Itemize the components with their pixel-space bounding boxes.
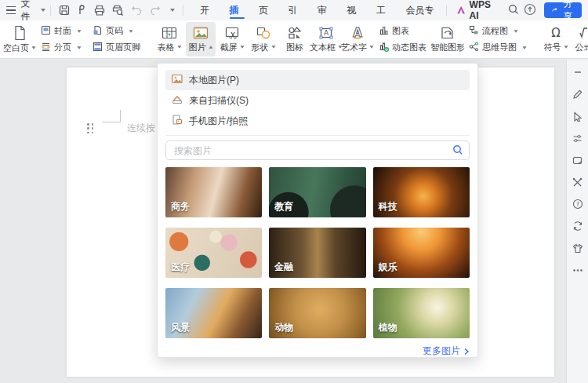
skin-theme-icon[interactable] [572, 242, 584, 254]
drag-handle-icon[interactable] [87, 123, 94, 134]
ribbon-dynamic-chart-button[interactable]: 动态图表 [377, 41, 428, 54]
ribbon-formula-button[interactable]: x 公式 [572, 22, 588, 57]
ribbon-chart-button[interactable]: 图表 [377, 24, 428, 38]
edit-pen-icon[interactable] [572, 88, 584, 100]
chevron-down-icon [177, 46, 181, 48]
ribbon-flowchart-button[interactable]: 流程图 [467, 24, 528, 38]
chevron-up-icon [209, 46, 212, 48]
search-icon[interactable] [508, 4, 519, 17]
tab-page[interactable]: 页面 [253, 0, 279, 20]
image-search-box [165, 140, 470, 160]
chevron-down-icon [77, 30, 81, 32]
share-arrow-icon [551, 5, 558, 15]
ribbon: 空白页 封面 分页 页码 页眉页脚 表格 图片 截屏 形状 [0, 20, 588, 59]
quick-toolbar-chevron-icon[interactable] [170, 9, 175, 12]
ribbon-mindmap-button[interactable]: 思维导图 [467, 41, 528, 54]
image-search-input[interactable] [165, 140, 470, 160]
more-images-link[interactable]: 更多图片 [165, 345, 470, 358]
cover-icon [41, 25, 51, 37]
ribbon-wordart-button[interactable]: A 艺术字 [343, 22, 372, 57]
divider [446, 5, 447, 16]
redo-icon[interactable] [151, 5, 161, 16]
gallery-tile-medical[interactable]: 医疗 [165, 228, 262, 278]
screenshot-icon [224, 26, 240, 40]
shapes-icon [256, 26, 271, 40]
settings-sliders-icon[interactable] [572, 132, 584, 144]
upload-cloud-icon[interactable] [524, 3, 536, 18]
ribbon-header-footer-button[interactable]: 页眉页脚 [91, 41, 142, 54]
title-bar: 文件 开始 插入 页面 引用 审阅 视图 工具 会员专享 WPS AI 分享 [0, 0, 588, 20]
tab-view[interactable]: 视图 [342, 0, 368, 20]
main-menu-icon[interactable] [6, 6, 16, 15]
mindmap-icon [469, 42, 479, 53]
ribbon-textbox-button[interactable]: A 文本框 [311, 22, 341, 57]
export-pdf-icon[interactable] [77, 5, 87, 16]
chevron-down-icon [369, 46, 373, 48]
tab-member[interactable]: 会员专享 [400, 0, 441, 20]
help-icon[interactable]: ? [572, 198, 584, 210]
chart-label: 图表 [392, 25, 409, 37]
ribbon-table-button[interactable]: 表格 [154, 22, 184, 57]
from-scanner-label: 来自扫描仪(S) [189, 94, 249, 108]
ribbon-symbol-button[interactable]: Ω 符号 [541, 22, 571, 57]
toolbox-icon[interactable] [572, 176, 584, 188]
local-picture-label: 本地图片(P) [189, 74, 239, 87]
ribbon-icon-library-button[interactable]: 图标 [280, 22, 310, 57]
chevron-down-icon [77, 46, 81, 49]
tab-review[interactable]: 审阅 [312, 0, 338, 20]
select-cursor-icon[interactable] [572, 110, 584, 122]
tile-label: 科技 [379, 200, 397, 213]
cover-label: 封面 [54, 25, 71, 37]
svg-text:Ω: Ω [551, 26, 560, 40]
tab-reference[interactable]: 引用 [283, 0, 309, 20]
print-icon[interactable] [94, 5, 105, 16]
more-options-icon[interactable] [572, 264, 584, 276]
tab-home[interactable]: 开始 [194, 0, 220, 20]
ribbon-cover-button[interactable]: 封面 [39, 24, 83, 38]
menu-item-local-picture[interactable]: 本地图片(P) [165, 70, 470, 90]
ribbon-blank-page-button[interactable]: 空白页 [5, 22, 34, 57]
ribbon-page-number-button[interactable]: 页码 [91, 24, 142, 38]
wordart-icon: A [350, 26, 365, 40]
tile-label: 教育 [274, 200, 293, 213]
ribbon-tabs: 开始 插入 页面 引用 审阅 视图 工具 会员专享 [194, 0, 441, 20]
chevron-right-icon [463, 348, 470, 356]
gallery-tile-entertainment[interactable]: 娱乐 [373, 228, 470, 278]
gallery-tile-animal[interactable]: 动物 [269, 288, 365, 338]
seal-stamp-icon[interactable] [572, 154, 584, 166]
tile-label: 风景 [171, 321, 190, 334]
tile-label: 植物 [379, 321, 397, 334]
tab-insert[interactable]: 插入 [224, 0, 250, 20]
menu-item-from-scanner[interactable]: 来自扫描仪(S) [165, 90, 470, 111]
gallery-tile-technology[interactable]: 科技 [373, 167, 470, 217]
gallery-tile-landscape[interactable]: 风景 [165, 288, 262, 338]
translate-icon[interactable] [572, 220, 584, 232]
gallery-tile-education[interactable]: 教育 [269, 167, 365, 217]
divider [50, 5, 51, 16]
gallery-tile-finance[interactable]: 金融 [269, 228, 365, 278]
phone-picture-icon [172, 115, 183, 127]
picture-dropdown-panel: 本地图片(P) 来自扫描仪(S) 手机图片/拍照 商务 教育 科技 医疗 金融 … [157, 63, 478, 358]
tile-label: 动物 [274, 321, 293, 334]
tab-tools[interactable]: 工具 [371, 0, 397, 20]
menu-item-phone-picture[interactable]: 手机图片/拍照 [165, 111, 470, 131]
gallery-tile-business[interactable]: 商务 [165, 167, 262, 217]
symbol-icon: Ω [548, 26, 564, 40]
ribbon-smart-graphic-button[interactable]: 智能图形 [433, 22, 463, 57]
gallery-tile-plant[interactable]: 植物 [373, 288, 470, 338]
page-break-label: 分页 [54, 42, 71, 53]
save-icon[interactable] [59, 5, 70, 16]
margin-corner-mark [102, 110, 121, 122]
ribbon-picture-button[interactable]: 图片 [186, 22, 216, 57]
ribbon-shapes-button[interactable]: 形状 [249, 22, 278, 57]
undo-icon[interactable] [131, 5, 143, 16]
ribbon-page-break-button[interactable]: 分页 [39, 41, 83, 54]
share-button[interactable]: 分享 [544, 2, 582, 18]
collapse-panel-icon[interactable] [572, 66, 584, 78]
ribbon-screenshot-button[interactable]: 截屏 [217, 22, 247, 57]
search-icon[interactable] [452, 144, 463, 158]
wps-ai-button[interactable]: WPS AI [456, 0, 498, 21]
dynamic-chart-icon [379, 42, 389, 53]
print-preview-icon[interactable] [112, 5, 124, 16]
divider [165, 135, 470, 136]
